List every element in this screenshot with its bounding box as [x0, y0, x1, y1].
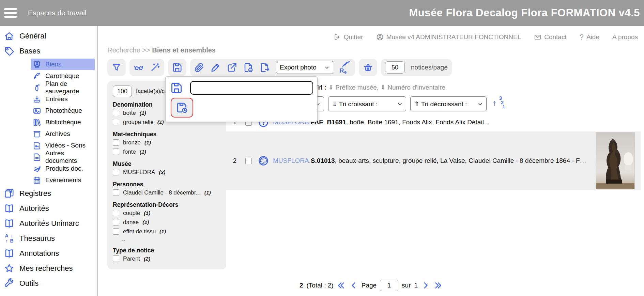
contact-link[interactable]: Contact	[534, 33, 566, 41]
record-tools-group: Export photo R e	[190, 59, 355, 76]
notices-per-page-input[interactable]	[385, 61, 405, 74]
facet-checkbox[interactable]	[113, 149, 119, 155]
sidebar-item-annotations[interactable]: Annotations	[0, 246, 97, 261]
sidebar-item-autres-documents[interactable]: Autres documents	[31, 151, 95, 163]
numeric-sort-icon[interactable]: ↑ 3 2 1	[491, 96, 505, 112]
facet-item[interactable]: fonte(1)	[113, 147, 223, 156]
account-menu[interactable]: Musée v4 ADMINISTRATEUR FONCTIONNEL	[376, 33, 521, 41]
save-name-input[interactable]	[190, 81, 313, 95]
facet-item[interactable]: couple(1)	[113, 208, 223, 218]
notices-per-page-label: notices/page	[411, 64, 448, 71]
facet-checkbox[interactable]	[113, 169, 119, 175]
facet-group-title: Personnes	[113, 181, 223, 188]
row-checkbox[interactable]	[245, 158, 252, 164]
facet-checkbox[interactable]	[113, 189, 119, 196]
video-file-icon	[33, 141, 41, 150]
facet-group-title: Mat-techniques	[113, 131, 223, 138]
print-document-icon[interactable]	[243, 62, 254, 73]
sidebar-item-mes-recherches[interactable]: Mes recherches	[0, 261, 97, 276]
envelope-icon	[534, 33, 541, 41]
home-icon	[4, 31, 14, 41]
record-link[interactable]: MUSFLORA.	[273, 157, 311, 164]
palette-icon[interactable]	[258, 155, 269, 166]
first-page-icon[interactable]	[337, 281, 346, 290]
facet-item[interactable]: Claudel Camille - 8 décembr...(1)	[113, 188, 223, 197]
result-count: 2	[300, 282, 303, 289]
facet-more-link[interactable]: ...	[113, 236, 223, 243]
sort-descending-select[interactable]: ⇑ Tri décroissant :	[410, 96, 487, 111]
sidebar-item-archives[interactable]: Archives	[31, 128, 95, 140]
facet-checkbox[interactable]	[113, 110, 119, 116]
sidebar-item-entrees[interactable]: Entrées	[31, 93, 95, 105]
save-search-button[interactable]	[168, 59, 186, 76]
basket-button[interactable]	[359, 59, 377, 76]
result-list: 1 MUSFLORA.FAE_B1691, boîte, Boite 1691,…	[226, 115, 641, 190]
facet-item[interactable]: danse(1)	[113, 218, 223, 227]
glasses-icon[interactable]	[134, 62, 144, 73]
view-tools-group	[129, 59, 164, 76]
sidebar-item-produits-doc[interactable]: Produits doc.	[31, 163, 95, 174]
paperclip-icon[interactable]	[194, 62, 204, 73]
about-link[interactable]: A propos	[612, 33, 638, 41]
sidebar-item-bibliotheque[interactable]: Bibliothèque	[31, 116, 95, 128]
next-page-icon[interactable]	[421, 281, 430, 290]
page-label: Page	[362, 282, 377, 289]
export-photo-select[interactable]: Export photo	[276, 61, 333, 74]
save-scheduled-button-highlighted[interactable]	[171, 98, 193, 118]
sidebar-item-autorites[interactable]: Autorités	[0, 201, 97, 216]
save-search-dropdown	[165, 76, 318, 122]
facet-checkbox[interactable]	[113, 139, 119, 146]
floppy-save-icon[interactable]	[170, 82, 183, 94]
paper-stack-icon	[33, 165, 41, 173]
facet-checkbox[interactable]	[113, 219, 119, 225]
chevron-down-icon	[324, 65, 329, 70]
facet-count-input[interactable]	[113, 85, 132, 97]
facet-checkbox[interactable]	[113, 119, 119, 125]
sidebar-item-bases[interactable]: Bases	[0, 44, 97, 59]
chevron-down-icon	[397, 102, 402, 107]
notices-per-page-group: notices/page	[381, 59, 452, 76]
sidebar-item-autorites-unimarc[interactable]: Autorités Unimarc	[0, 216, 97, 231]
facet-checkbox[interactable]	[113, 228, 119, 235]
sidebar-item-evenements[interactable]: Evènements	[31, 174, 95, 186]
open-book-icon	[4, 248, 14, 259]
open-box-icon	[33, 130, 41, 138]
r-feather-icon[interactable]: R e	[339, 61, 351, 74]
sidebar-item-outils[interactable]: Outils	[0, 276, 97, 291]
export-document-icon[interactable]	[260, 62, 270, 73]
page-input[interactable]	[380, 280, 398, 291]
funnel-icon	[111, 62, 122, 73]
sidebar-item-registres[interactable]: Registres	[0, 186, 97, 201]
sidebar-item-biens[interactable]: Biens	[31, 59, 95, 70]
workspace-label[interactable]: Espaces de travail	[28, 9, 87, 17]
hamburger-menu-icon[interactable]	[4, 6, 17, 19]
sort-ascending-select[interactable]: ⇓ Tri croissant :	[328, 96, 406, 111]
image-icon	[33, 107, 41, 115]
result-row[interactable]: 2 MUSFLORA.S.01013, beaux-arts, sculptur…	[226, 131, 641, 190]
quit-link[interactable]: Quitter	[334, 33, 363, 41]
facet-item[interactable]: bronze(1)	[113, 138, 223, 147]
facet-item[interactable]: Parent(2)	[113, 254, 223, 263]
main-area: Quitter Musée v4 ADMINISTRATEUR FONCTION…	[98, 26, 644, 296]
facet-checkbox[interactable]	[113, 210, 119, 216]
external-link-icon[interactable]	[227, 62, 237, 73]
magic-wand-icon[interactable]	[150, 62, 160, 73]
filter-button[interactable]	[107, 59, 126, 76]
result-thumbnail[interactable]	[596, 133, 634, 189]
sidebar-item-general[interactable]: Général	[0, 29, 97, 44]
facet-item[interactable]: effet de tissu(1)	[113, 227, 223, 236]
help-link[interactable]: ? Aide	[580, 33, 599, 42]
last-page-icon[interactable]	[433, 281, 442, 290]
floppy-save-icon	[172, 62, 182, 73]
sort-info: Tri : ⇓ Préfixe musée, ⇓ Numéro d'invent…	[315, 83, 641, 91]
sidebar-item-phototheque[interactable]: Photothèque	[31, 105, 95, 116]
pencil-edit-icon[interactable]	[211, 62, 221, 73]
sidebar-item-thesaurus[interactable]: A↓↑B Thesaurus	[0, 231, 97, 246]
sidebar-item-plan-de-sauvegarde[interactable]: Plan de sauvegarde	[31, 82, 95, 93]
page-of-label: sur	[402, 282, 411, 289]
previous-page-icon[interactable]	[349, 281, 358, 290]
facet-item[interactable]: MUSFLORA(2)	[113, 168, 223, 177]
total-count: (Total : 2)	[307, 282, 334, 289]
facet-checkbox[interactable]	[113, 255, 119, 262]
breadcrumb-current: Biens et ensembles	[152, 46, 216, 54]
